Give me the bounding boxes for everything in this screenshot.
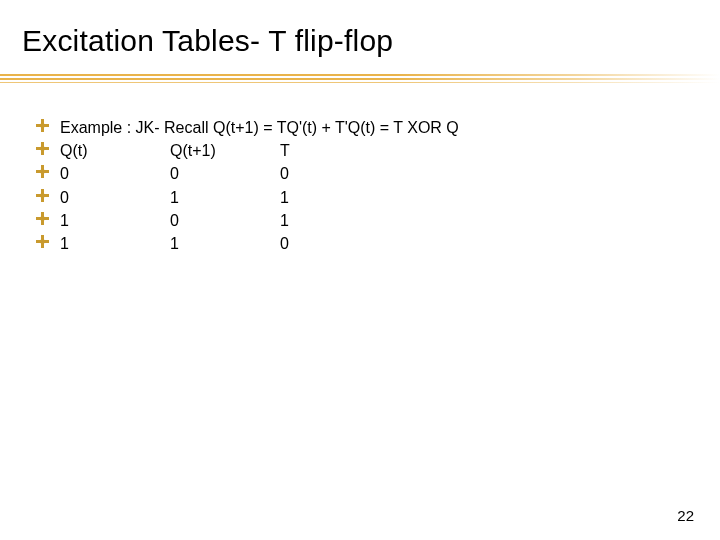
col-header: Q(t+1) [170,139,280,162]
cell: 0 [170,209,280,232]
col-header: T [280,139,340,162]
cell: 1 [60,232,170,255]
bullet-icon [36,165,50,179]
cell: 1 [170,232,280,255]
slide: Excitation Tables- T flip-flop Example :… [0,0,720,540]
cell: 0 [170,162,280,185]
bullet-icon [36,235,50,249]
bullet-icon [36,212,50,226]
slide-title: Excitation Tables- T flip-flop [22,24,393,58]
table-row: 1 0 1 [60,209,340,232]
bullet-list: Example : JK- Recall Q(t+1) = TQ'(t) + T… [36,116,459,255]
cell: 0 [60,162,170,185]
cell: 1 [170,186,280,209]
cell: 0 [280,162,340,185]
list-item: 1 1 0 [36,232,459,255]
cell: 1 [280,209,340,232]
table-row: 0 0 0 [60,162,340,185]
cell: 1 [60,209,170,232]
list-item: Example : JK- Recall Q(t+1) = TQ'(t) + T… [36,116,459,139]
underline-bar [0,82,720,83]
underline-bar [0,74,720,76]
cell: 0 [60,186,170,209]
list-item: 1 0 1 [36,209,459,232]
list-item: 0 1 1 [36,186,459,209]
bullet-icon [36,189,50,203]
table-row: 1 1 0 [60,232,340,255]
list-item: Q(t) Q(t+1) T [36,139,459,162]
title-underline [0,74,720,86]
bullet-icon [36,119,50,133]
underline-bar [0,78,720,80]
list-item: 0 0 0 [36,162,459,185]
table-header: Q(t) Q(t+1) T [60,139,340,162]
page-number: 22 [677,507,694,524]
table-row: 0 1 1 [60,186,340,209]
cell: 0 [280,232,340,255]
col-header: Q(t) [60,139,170,162]
list-item-text: Example : JK- Recall Q(t+1) = TQ'(t) + T… [60,116,459,139]
bullet-icon [36,142,50,156]
cell: 1 [280,186,340,209]
